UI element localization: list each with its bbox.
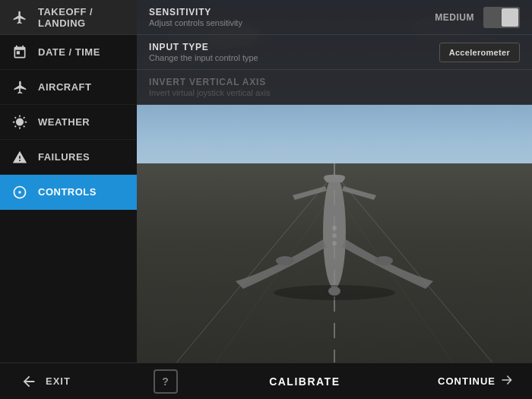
input-type-title: INPUT TYPE: [149, 42, 439, 52]
sidebar-item-date-time[interactable]: DATE / TIME: [0, 35, 137, 70]
sidebar-label-date-time: DATE / TIME: [38, 46, 100, 58]
svg-point-12: [274, 285, 395, 300]
continue-arrow-icon: [500, 373, 514, 389]
exit-label: EXIT: [46, 375, 71, 387]
invert-vertical-desc: Invert virtual joystick vertical axis: [149, 88, 520, 97]
sensitivity-value: MEDIUM: [435, 12, 474, 23]
plane-icon: [11, 8, 29, 27]
main-area: TAKEOFF / LANDING DATE / TIME AIRCRAFT: [0, 0, 532, 363]
sidebar-label-controls: CONTROLS: [38, 186, 97, 198]
svg-point-9: [332, 241, 337, 245]
continue-button[interactable]: CONTINUE: [432, 370, 520, 392]
sidebar-item-takeoff-landing[interactable]: TAKEOFF / LANDING: [0, 0, 137, 35]
help-button[interactable]: ?: [154, 369, 178, 394]
sidebar-label-failures: FAILURES: [38, 151, 90, 163]
sidebar-item-weather[interactable]: WEATHER: [0, 105, 137, 140]
svg-point-10: [332, 233, 337, 238]
sensitivity-slider[interactable]: [483, 7, 520, 28]
calibrate-button[interactable]: CALIBRATE: [254, 372, 355, 391]
continue-label: CONTINUE: [438, 375, 496, 387]
input-type-row: INPUT TYPE Change the input control type…: [137, 35, 532, 70]
calibrate-label: CALIBRATE: [269, 375, 340, 388]
invert-vertical-title: INVERT VERTICAL AXIS: [149, 77, 520, 87]
input-type-info: INPUT TYPE Change the input control type: [149, 42, 439, 62]
weather-icon: [11, 113, 29, 131]
sidebar-label-aircraft: AIRCRAFT: [38, 81, 91, 93]
sensitivity-desc: Adjust controls sensitivity: [149, 18, 435, 27]
input-type-desc: Change the input control type: [149, 53, 439, 62]
exit-button[interactable]: EXIT: [12, 368, 77, 395]
settings-overlay: SENSITIVITY Adjust controls sensitivity …: [137, 0, 532, 105]
sidebar-item-aircraft[interactable]: AIRCRAFT: [0, 70, 137, 105]
accelerometer-button[interactable]: Accelerometer: [439, 43, 520, 62]
help-label: ?: [162, 375, 169, 388]
sidebar-label-weather: WEATHER: [38, 116, 90, 128]
sidebar-item-failures[interactable]: FAILURES: [0, 140, 137, 175]
svg-point-11: [332, 226, 337, 230]
sensitivity-info: SENSITIVITY Adjust controls sensitivity: [149, 7, 435, 27]
sidebar: TAKEOFF / LANDING DATE / TIME AIRCRAFT: [0, 0, 137, 363]
sensitivity-title: SENSITIVITY: [149, 7, 435, 17]
svg-point-7: [375, 256, 393, 265]
aircraft-icon: [11, 78, 29, 97]
calendar-icon: [11, 43, 29, 62]
content-panel: SENSITIVITY Adjust controls sensitivity …: [137, 0, 532, 363]
svg-point-5: [323, 175, 346, 289]
bottom-bar: EXIT ? CALIBRATE CONTINUE: [0, 363, 532, 399]
svg-point-6: [276, 256, 294, 265]
invert-vertical-row: INVERT VERTICAL AXIS Invert virtual joys…: [137, 70, 532, 105]
slider-thumb: [502, 8, 518, 27]
airplane: [228, 171, 441, 326]
sidebar-label-takeoff-landing: TAKEOFF / LANDING: [38, 6, 126, 29]
warning-icon: [11, 148, 29, 166]
sensitivity-row: SENSITIVITY Adjust controls sensitivity …: [137, 0, 532, 35]
invert-vertical-info: INVERT VERTICAL AXIS Invert virtual joys…: [149, 77, 520, 97]
controls-icon: [11, 183, 29, 201]
exit-icon: [18, 371, 40, 392]
sidebar-item-controls[interactable]: CONTROLS: [0, 175, 137, 210]
